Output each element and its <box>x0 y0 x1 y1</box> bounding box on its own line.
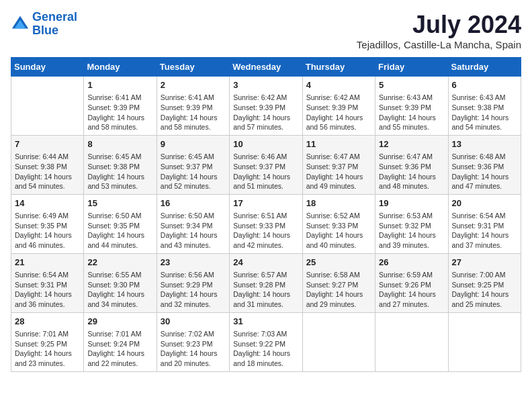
day-number: 31 <box>233 316 298 328</box>
title-area: July 2024 Tejadillos, Castille-La Mancha… <box>357 11 521 50</box>
calendar-cell: 21Sunrise: 6:54 AM Sunset: 9:31 PM Dayli… <box>11 253 84 312</box>
header: General Blue July 2024 Tejadillos, Casti… <box>11 11 521 50</box>
day-header-wednesday: Wednesday <box>230 58 302 77</box>
calendar-cell: 16Sunrise: 6:50 AM Sunset: 9:34 PM Dayli… <box>157 194 229 253</box>
logo-icon <box>11 15 30 34</box>
logo: General Blue <box>11 11 77 38</box>
calendar-cell: 22Sunrise: 6:55 AM Sunset: 9:30 PM Dayli… <box>84 253 157 312</box>
calendar-cell: 8Sunrise: 6:45 AM Sunset: 9:38 PM Daylig… <box>84 135 157 194</box>
day-number: 16 <box>161 197 226 210</box>
logo-line1: General <box>32 10 77 24</box>
calendar-cell: 1Sunrise: 6:41 AM Sunset: 9:39 PM Daylig… <box>84 77 157 136</box>
calendar-cell: 26Sunrise: 6:59 AM Sunset: 9:26 PM Dayli… <box>375 253 448 312</box>
calendar-cell: 24Sunrise: 6:57 AM Sunset: 9:28 PM Dayli… <box>230 253 302 312</box>
cell-info: Sunrise: 6:51 AM Sunset: 9:33 PM Dayligh… <box>233 211 298 250</box>
day-number: 2 <box>161 79 226 91</box>
cell-info: Sunrise: 6:59 AM Sunset: 9:26 PM Dayligh… <box>379 270 444 310</box>
calendar-cell: 5Sunrise: 6:43 AM Sunset: 9:39 PM Daylig… <box>375 77 448 136</box>
days-header-row: SundayMondayTuesdayWednesdayThursdayFrid… <box>11 58 521 77</box>
day-number: 19 <box>379 197 444 210</box>
calendar-cell: 15Sunrise: 6:50 AM Sunset: 9:35 PM Dayli… <box>84 194 157 253</box>
cell-info: Sunrise: 6:54 AM Sunset: 9:31 PM Dayligh… <box>452 211 517 250</box>
day-header-tuesday: Tuesday <box>157 58 229 77</box>
week-row-4: 21Sunrise: 6:54 AM Sunset: 9:31 PM Dayli… <box>11 253 521 312</box>
logo-text: General Blue <box>32 11 77 38</box>
day-number: 14 <box>15 197 80 210</box>
cell-info: Sunrise: 6:41 AM Sunset: 9:39 PM Dayligh… <box>87 93 152 132</box>
day-number: 30 <box>161 316 226 328</box>
cell-info: Sunrise: 6:47 AM Sunset: 9:37 PM Dayligh… <box>306 152 371 191</box>
cell-info: Sunrise: 6:43 AM Sunset: 9:38 PM Dayligh… <box>452 93 517 132</box>
cell-info: Sunrise: 6:42 AM Sunset: 9:39 PM Dayligh… <box>233 93 298 132</box>
calendar-cell: 29Sunrise: 7:01 AM Sunset: 9:24 PM Dayli… <box>84 312 157 371</box>
cell-info: Sunrise: 6:55 AM Sunset: 9:30 PM Dayligh… <box>87 270 152 310</box>
day-number: 26 <box>379 257 444 269</box>
cell-info: Sunrise: 6:49 AM Sunset: 9:35 PM Dayligh… <box>15 211 80 250</box>
cell-info: Sunrise: 6:47 AM Sunset: 9:36 PM Dayligh… <box>379 152 444 191</box>
day-number: 25 <box>306 257 371 269</box>
cell-info: Sunrise: 6:53 AM Sunset: 9:32 PM Dayligh… <box>379 211 444 250</box>
week-row-1: 1Sunrise: 6:41 AM Sunset: 9:39 PM Daylig… <box>11 77 521 136</box>
calendar-cell: 27Sunrise: 7:00 AM Sunset: 9:25 PM Dayli… <box>448 253 521 312</box>
cell-info: Sunrise: 6:46 AM Sunset: 9:37 PM Dayligh… <box>233 152 298 191</box>
day-number: 20 <box>452 197 517 210</box>
cell-info: Sunrise: 6:43 AM Sunset: 9:39 PM Dayligh… <box>379 93 444 132</box>
cell-info: Sunrise: 7:01 AM Sunset: 9:24 PM Dayligh… <box>87 329 152 369</box>
calendar-cell: 3Sunrise: 6:42 AM Sunset: 9:39 PM Daylig… <box>230 77 302 136</box>
day-number: 10 <box>233 138 298 150</box>
cell-info: Sunrise: 6:58 AM Sunset: 9:27 PM Dayligh… <box>306 270 371 310</box>
calendar-cell: 13Sunrise: 6:48 AM Sunset: 9:36 PM Dayli… <box>448 135 521 194</box>
day-number: 5 <box>379 79 444 91</box>
cell-info: Sunrise: 7:00 AM Sunset: 9:25 PM Dayligh… <box>452 270 517 310</box>
cell-info: Sunrise: 6:54 AM Sunset: 9:31 PM Dayligh… <box>15 270 80 310</box>
location-title: Tejadillos, Castille-La Mancha, Spain <box>357 39 521 50</box>
cell-info: Sunrise: 6:56 AM Sunset: 9:29 PM Dayligh… <box>161 270 226 310</box>
cell-info: Sunrise: 6:42 AM Sunset: 9:39 PM Dayligh… <box>306 93 371 132</box>
cell-info: Sunrise: 6:50 AM Sunset: 9:34 PM Dayligh… <box>161 211 226 250</box>
calendar-cell: 6Sunrise: 6:43 AM Sunset: 9:38 PM Daylig… <box>448 77 521 136</box>
calendar-cell <box>302 312 375 371</box>
day-number: 22 <box>87 257 152 269</box>
calendar-cell: 19Sunrise: 6:53 AM Sunset: 9:32 PM Dayli… <box>375 194 448 253</box>
calendar-body: 1Sunrise: 6:41 AM Sunset: 9:39 PM Daylig… <box>11 77 521 372</box>
calendar-cell: 12Sunrise: 6:47 AM Sunset: 9:36 PM Dayli… <box>375 135 448 194</box>
logo-line2: Blue <box>32 24 58 37</box>
month-title: July 2024 <box>357 11 521 39</box>
calendar-cell: 30Sunrise: 7:02 AM Sunset: 9:23 PM Dayli… <box>157 312 229 371</box>
day-number: 9 <box>161 138 226 150</box>
day-number: 8 <box>87 138 152 150</box>
day-number: 17 <box>233 197 298 210</box>
calendar-cell: 11Sunrise: 6:47 AM Sunset: 9:37 PM Dayli… <box>302 135 375 194</box>
calendar-cell: 4Sunrise: 6:42 AM Sunset: 9:39 PM Daylig… <box>302 77 375 136</box>
cell-info: Sunrise: 7:03 AM Sunset: 9:22 PM Dayligh… <box>233 329 298 369</box>
week-row-2: 7Sunrise: 6:44 AM Sunset: 9:38 PM Daylig… <box>11 135 521 194</box>
day-number: 18 <box>306 197 371 210</box>
day-number: 3 <box>233 79 298 91</box>
day-number: 7 <box>15 138 80 150</box>
day-number: 24 <box>233 257 298 269</box>
day-header-thursday: Thursday <box>302 58 375 77</box>
day-header-friday: Friday <box>375 58 448 77</box>
day-number: 1 <box>87 79 152 91</box>
calendar-cell: 14Sunrise: 6:49 AM Sunset: 9:35 PM Dayli… <box>11 194 84 253</box>
week-row-3: 14Sunrise: 6:49 AM Sunset: 9:35 PM Dayli… <box>11 194 521 253</box>
calendar-cell: 20Sunrise: 6:54 AM Sunset: 9:31 PM Dayli… <box>448 194 521 253</box>
calendar-cell: 18Sunrise: 6:52 AM Sunset: 9:33 PM Dayli… <box>302 194 375 253</box>
day-number: 13 <box>452 138 517 150</box>
calendar-cell: 23Sunrise: 6:56 AM Sunset: 9:29 PM Dayli… <box>157 253 229 312</box>
cell-info: Sunrise: 6:45 AM Sunset: 9:38 PM Dayligh… <box>87 152 152 191</box>
day-number: 21 <box>15 257 80 269</box>
day-number: 6 <box>452 79 517 91</box>
day-number: 27 <box>452 257 517 269</box>
day-number: 15 <box>87 197 152 210</box>
cell-info: Sunrise: 6:57 AM Sunset: 9:28 PM Dayligh… <box>233 270 298 310</box>
calendar-cell <box>375 312 448 371</box>
calendar-cell: 28Sunrise: 7:01 AM Sunset: 9:25 PM Dayli… <box>11 312 84 371</box>
day-number: 28 <box>15 316 80 328</box>
day-header-sunday: Sunday <box>11 58 84 77</box>
cell-info: Sunrise: 6:44 AM Sunset: 9:38 PM Dayligh… <box>15 152 80 191</box>
calendar-cell: 10Sunrise: 6:46 AM Sunset: 9:37 PM Dayli… <box>230 135 302 194</box>
week-row-5: 28Sunrise: 7:01 AM Sunset: 9:25 PM Dayli… <box>11 312 521 371</box>
cell-info: Sunrise: 7:01 AM Sunset: 9:25 PM Dayligh… <box>15 329 80 369</box>
day-header-monday: Monday <box>84 58 157 77</box>
